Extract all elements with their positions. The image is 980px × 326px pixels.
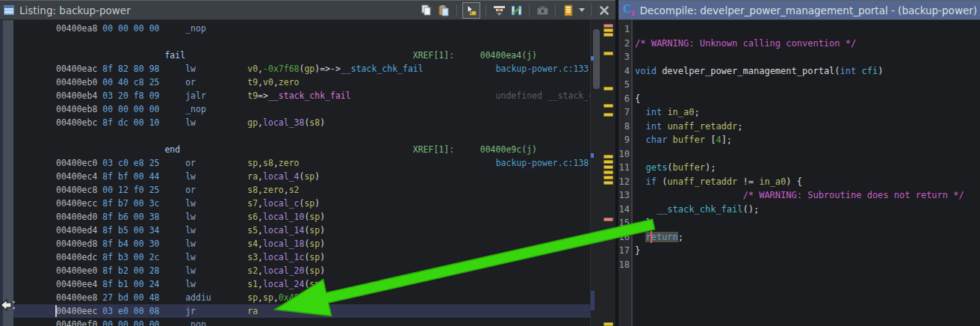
- listing-token-pl[interactable]: ,: [258, 225, 263, 236]
- decompiler-line-code[interactable]: [630, 50, 635, 64]
- decompiler-line-code[interactable]: char buffer [4];: [630, 133, 732, 147]
- decompiler-token-pl[interactable]: );: [705, 162, 716, 173]
- listing-row[interactable]: 00400ed8 8f b4 00 30 lw s4,local_18(sp): [13, 237, 590, 250]
- decompiler-token-pl[interactable]: ;: [695, 107, 700, 117]
- listing-token-mn[interactable]: _nop: [185, 23, 206, 34]
- decompiler-line-code[interactable]: /* WARNING: Subroutine does not return *…: [630, 188, 964, 203]
- listing-token-addr[interactable]: 00400eb8: [56, 104, 97, 114]
- listing-token-reg[interactable]: sp: [309, 225, 320, 236]
- listing-token-pl[interactable]: )=>->: [314, 64, 341, 74]
- listing-token-reg[interactable]: s8: [247, 185, 258, 195]
- listing-token-pl[interactable]: [196, 279, 247, 289]
- listing-token-pl[interactable]: ,: [258, 212, 263, 222]
- listing-token-byt[interactable]: 8f dc 00 10: [102, 117, 159, 128]
- decompiler-token-pl[interactable]: [635, 204, 657, 215]
- listing-token-var[interactable]: local_14: [263, 225, 304, 236]
- listing-token-mn[interactable]: jalr: [185, 90, 206, 101]
- decompiler-token-pl[interactable]: }: [635, 218, 651, 228]
- decompiler-token-fn[interactable]: develper_power_management_portal: [662, 66, 834, 76]
- listing-token-byt[interactable]: 8f b6 00 38: [102, 212, 159, 222]
- listing-token-reg[interactable]: s3: [247, 252, 258, 262]
- decompiler-line-code[interactable]: [630, 78, 635, 92]
- decompiler-line-code[interactable]: if (unaff_retaddr != in_a0) {: [630, 175, 802, 189]
- listing-token-byt[interactable]: 00 40 c8 25: [102, 77, 159, 87]
- listing-token-reg[interactable]: s8: [263, 158, 273, 168]
- listing-token-pl[interactable]: [160, 104, 186, 114]
- listing-token-reg[interactable]: s2: [289, 185, 300, 195]
- listing-token-mn[interactable]: or: [185, 158, 196, 168]
- listing-token-reg[interactable]: sp: [247, 292, 258, 303]
- decompiler-token-pl[interactable]: [635, 135, 645, 145]
- listing-token-addr[interactable]: 00400ec0: [56, 158, 97, 168]
- decompiler-line-code[interactable]: [630, 147, 635, 162]
- listing-token-pl[interactable]: [196, 252, 247, 262]
- diff-view-icon[interactable]: [509, 3, 524, 18]
- decompiler-token-pl[interactable]: [635, 232, 645, 242]
- decompiler-token-pl[interactable]: ): [878, 66, 883, 76]
- listing-token-mn[interactable]: or: [185, 185, 196, 195]
- edit-fields-dropdown-caret[interactable]: [578, 3, 586, 18]
- listing-token-pl[interactable]: ,: [258, 158, 263, 168]
- listing-token-mn[interactable]: lw: [185, 265, 196, 276]
- listing-row[interactable]: fail XREF[1]: 00400ea4(j): [13, 49, 590, 62]
- listing-token-pl[interactable]: ): [320, 117, 325, 128]
- listing-token-pl[interactable]: [160, 265, 186, 276]
- listing-token-addr[interactable]: 00400eb4: [56, 90, 97, 101]
- listing-token-pl[interactable]: ): [320, 279, 325, 289]
- listing-token-addr[interactable]: 00400ef0: [56, 319, 97, 326]
- listing-row[interactable]: 00400ed4 8f b5 00 34 lw s5,local_14(sp): [13, 224, 590, 237]
- decompiler-token-pl[interactable]: [635, 107, 645, 117]
- listing-token-var[interactable]: local_10: [263, 212, 304, 222]
- decompiler-line-code[interactable]: int unaff_retaddr;: [630, 120, 743, 134]
- bookmark-mark[interactable]: [604, 160, 613, 164]
- bookmark-mark[interactable]: [604, 52, 613, 55]
- decompiler-token-var[interactable]: unaff_retaddr: [667, 121, 737, 132]
- decompiler-line[interactable]: 7 int in_a0;: [618, 105, 980, 120]
- listing-token-reg[interactable]: sp: [309, 252, 320, 262]
- bookmark-mark[interactable]: [604, 87, 613, 90]
- scrollbar-thumb[interactable]: [593, 29, 600, 89]
- listing-token-mn[interactable]: lw: [185, 212, 196, 222]
- listing-token-pl[interactable]: ): [320, 252, 325, 262]
- decompiler-titlebar[interactable]: Cf Decompile: develper_power_management_…: [618, 1, 980, 20]
- decompiler-token-pl[interactable]: ];: [722, 135, 732, 145]
- decompiler-line[interactable]: 2/* WARNING: Unknown calling convention …: [618, 37, 980, 51]
- listing-token-pl[interactable]: [160, 117, 186, 128]
- listing-token-reg[interactable]: sp: [263, 292, 273, 303]
- listing-row[interactable]: 00400ebc 8f dc 00 10 lw gp,local_38(s8): [13, 116, 590, 129]
- listing-row[interactable]: 00400eb0 00 40 c8 25 or t9,v0,zero: [13, 76, 590, 89]
- decompiler-token-pl[interactable]: {: [635, 93, 640, 104]
- listing-token-pl[interactable]: [185, 50, 413, 61]
- decompiler-line-code[interactable]: [630, 22, 635, 37]
- listing-token-reg[interactable]: s6: [247, 212, 258, 222]
- listing-token-mn[interactable]: lw: [185, 198, 196, 209]
- listing-token-mn[interactable]: _nop: [185, 104, 206, 114]
- listing-token-mn[interactable]: lw: [185, 117, 196, 128]
- listing-token-pl[interactable]: ,: [258, 265, 263, 276]
- decompiler-token-pl[interactable]: [635, 176, 645, 187]
- listing-token-pl[interactable]: [196, 64, 247, 74]
- decompiler-token-var[interactable]: buffer: [673, 135, 705, 145]
- listing-token-pl[interactable]: [160, 77, 186, 87]
- listing-row[interactable]: 00400eb4 03 20 f8 09 jalr t9=>__stack_ch…: [13, 89, 590, 102]
- decompiler-line-code[interactable]: int in_a0;: [630, 105, 700, 120]
- listing-token-pl[interactable]: [351, 90, 496, 101]
- decompiler-token-pl[interactable]: [635, 190, 743, 200]
- listing-token-mn[interactable]: lw: [185, 252, 196, 262]
- listing-token-gcmt[interactable]: undefined __stack_c: [496, 90, 590, 101]
- listing-token-pl[interactable]: [454, 144, 480, 155]
- decompiler-line[interactable]: 1: [618, 22, 980, 37]
- listing-token-reg[interactable]: gp: [304, 64, 314, 74]
- listing-token-xref[interactable]: XREF[1]:: [413, 50, 454, 61]
- listing-token-pl[interactable]: ): [320, 225, 325, 236]
- listing-token-symb[interactable]: __stack_chk_fail: [341, 64, 424, 74]
- listing-token-byt[interactable]: 00 12 f0 25: [102, 185, 159, 195]
- bookmark-mark[interactable]: [604, 165, 613, 169]
- listing-token-pl[interactable]: [160, 279, 186, 289]
- decompiler-line[interactable]: 4void develper_power_management_portal(i…: [618, 64, 980, 79]
- listing-row[interactable]: 00400ef0 00 00 00 00 _nop: [13, 318, 590, 326]
- close-button[interactable]: [597, 3, 612, 18]
- listing-token-fref[interactable]: backup-power.c:133: [496, 64, 589, 74]
- listing-token-pl[interactable]: ,: [273, 77, 279, 87]
- decompiler-line[interactable]: 16 return;: [618, 230, 980, 244]
